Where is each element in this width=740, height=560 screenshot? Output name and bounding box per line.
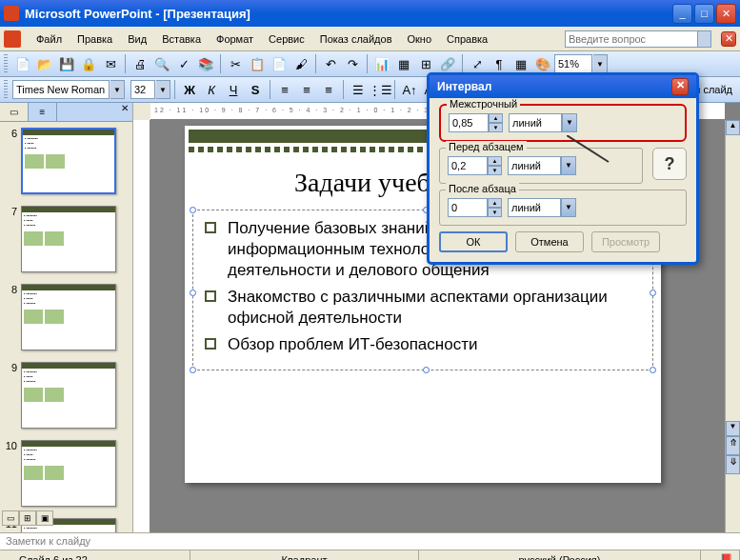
font-size-dropdown[interactable]: ▼: [156, 80, 170, 99]
hyperlink-icon[interactable]: 🔗: [437, 53, 458, 74]
align-left-icon[interactable]: ≡: [274, 79, 295, 100]
underline-icon[interactable]: Ч: [223, 79, 244, 100]
toolbar-handle[interactable]: [4, 54, 8, 73]
copy-icon[interactable]: 📋: [247, 53, 268, 74]
color-icon[interactable]: 🎨: [532, 53, 553, 74]
font-name-combo[interactable]: Times New Roman: [12, 80, 110, 99]
menu-window[interactable]: Окно: [400, 31, 440, 47]
permission-icon[interactable]: 🔒: [78, 53, 99, 74]
toolbar-handle[interactable]: [4, 80, 8, 99]
bullet-text[interactable]: Знакомство с различными аспектами органи…: [228, 287, 645, 329]
menu-insert[interactable]: Вставка: [154, 31, 209, 47]
thumbnail-row[interactable]: 8 ▪ ▪▪▪▪▪▪▪▪▪ ▪▪▪▪▪▪ ▪▪▪▪▪▪▪: [0, 278, 132, 356]
preview-icon[interactable]: 🔍: [151, 53, 172, 74]
scroll-down-icon[interactable]: ▼: [726, 421, 740, 436]
dropdown-icon[interactable]: ▼: [562, 113, 577, 132]
cancel-button[interactable]: Отмена: [515, 231, 584, 252]
slide-thumbnail[interactable]: ▪ ▪▪▪▪▪▪▪▪▪ ▪▪▪▪▪▪ ▪▪▪▪▪▪▪: [21, 284, 116, 350]
table-icon[interactable]: ▦: [393, 53, 414, 74]
shadow-icon[interactable]: S: [245, 79, 266, 100]
before-unit-select[interactable]: [508, 156, 561, 175]
slideshow-view-icon[interactable]: ▣: [36, 510, 53, 526]
status-spell-icon[interactable]: 📕: [701, 550, 740, 560]
thumbnail-row[interactable]: 7 ▪ ▪▪▪▪▪▪▪▪▪ ▪▪▪▪▪▪ ▪▪▪▪▪▪▪: [0, 200, 132, 278]
outline-tab[interactable]: ≡: [29, 103, 57, 121]
format-painter-icon[interactable]: 🖌: [290, 53, 311, 74]
email-icon[interactable]: ✉: [100, 53, 121, 74]
thumbnail-row[interactable]: 9 ▪ ▪▪▪▪▪▪▪▪▪ ▪▪▪▪▪▪ ▪▪▪▪▪▪▪: [0, 356, 132, 434]
close-button[interactable]: ✕: [716, 4, 736, 24]
vertical-scrollbar[interactable]: ▲ ▼ ⤊ ⤋: [725, 120, 740, 532]
align-right-icon[interactable]: ≡: [318, 79, 339, 100]
maximize-button[interactable]: □: [694, 4, 714, 24]
chart-icon[interactable]: 📊: [371, 53, 392, 74]
slide-thumbnail[interactable]: ▪ ▪▪▪▪▪▪▪▪▪ ▪▪▪▪▪▪ ▪▪▪▪▪▪▪: [21, 206, 116, 272]
redo-icon[interactable]: ↷: [342, 53, 363, 74]
next-slide-icon[interactable]: ⤋: [726, 455, 740, 474]
dropdown-icon[interactable]: ▼: [561, 198, 576, 217]
menu-help[interactable]: Справка: [439, 31, 495, 47]
menu-edit[interactable]: Правка: [70, 31, 120, 47]
vertical-ruler[interactable]: [133, 120, 150, 532]
scroll-up-icon[interactable]: ▲: [726, 120, 740, 135]
cut-icon[interactable]: ✂: [225, 53, 246, 74]
undo-icon[interactable]: ↶: [320, 53, 341, 74]
spell-icon[interactable]: ✓: [173, 53, 194, 74]
grid-icon[interactable]: ▦: [510, 53, 531, 74]
slide-thumbnail[interactable]: ▪ ▪▪▪▪▪▪▪▪▪ ▪▪▪▪▪▪ ▪▪▪▪▪▪▪: [21, 440, 116, 507]
bullet-text[interactable]: Обзор проблем ИТ-безопасности: [228, 334, 477, 355]
pane-close-icon[interactable]: ✕: [117, 103, 132, 121]
help-search-input[interactable]: [565, 30, 698, 48]
save-icon[interactable]: 💾: [56, 53, 77, 74]
dropdown-icon[interactable]: ▼: [561, 156, 576, 175]
tables-borders-icon[interactable]: ⊞: [415, 53, 436, 74]
prev-slide-icon[interactable]: ⤊: [726, 436, 740, 455]
spin-up-icon[interactable]: ▲: [488, 156, 502, 166]
slides-tab[interactable]: ▭: [0, 103, 29, 121]
slide-thumbnail[interactable]: ▪ ▪▪▪▪▪▪▪▪▪ ▪▪▪▪▪▪ ▪▪▪▪▪▪▪: [21, 128, 116, 194]
line-spacing-input[interactable]: [449, 113, 489, 132]
slide-thumbnail[interactable]: ▪ ▪▪▪▪▪▪▪▪▪ ▪▪▪▪▪▪ ▪▪▪▪▪▪▪: [21, 362, 116, 429]
align-center-icon[interactable]: ≡: [296, 79, 317, 100]
menu-file[interactable]: Файл: [29, 31, 70, 47]
font-size-combo[interactable]: 32: [130, 80, 155, 99]
preview-button[interactable]: Просмотр: [591, 231, 660, 252]
sorter-view-icon[interactable]: ⊞: [19, 510, 36, 526]
ok-button[interactable]: ОК: [439, 231, 508, 252]
spin-up-icon[interactable]: ▲: [488, 198, 502, 208]
status-language[interactable]: русский (Россия): [419, 550, 701, 560]
line-spacing-unit-select[interactable]: [509, 113, 562, 132]
dialog-title-bar[interactable]: Интервал ✕: [430, 75, 696, 98]
normal-view-icon[interactable]: ▭: [2, 510, 19, 526]
spin-down-icon[interactable]: ▼: [488, 208, 502, 217]
expand-icon[interactable]: ⤢: [467, 53, 488, 74]
paste-icon[interactable]: 📄: [269, 53, 290, 74]
after-unit-select[interactable]: [508, 198, 561, 217]
print-icon[interactable]: 🖨: [130, 53, 150, 74]
menu-tools[interactable]: Сервис: [261, 31, 312, 47]
minimize-button[interactable]: _: [672, 4, 692, 24]
menu-slideshow[interactable]: Показ слайдов: [312, 31, 400, 47]
after-input[interactable]: [448, 198, 488, 217]
before-input[interactable]: [448, 156, 488, 175]
bullets-icon[interactable]: ⋮☰: [370, 79, 390, 100]
menu-format[interactable]: Формат: [209, 31, 261, 47]
spin-up-icon[interactable]: ▲: [489, 113, 503, 123]
open-icon[interactable]: 📂: [34, 53, 55, 74]
spin-down-icon[interactable]: ▼: [489, 123, 503, 132]
research-icon[interactable]: 📚: [195, 53, 216, 74]
dialog-close-button[interactable]: ✕: [671, 78, 689, 95]
increase-font-icon[interactable]: A↑: [399, 79, 420, 100]
spin-down-icon[interactable]: ▼: [488, 166, 502, 175]
numbering-icon[interactable]: ☰: [348, 79, 369, 100]
show-formatting-icon[interactable]: ¶: [489, 53, 510, 74]
menu-view[interactable]: Вид: [120, 31, 154, 47]
new-icon[interactable]: 📄: [12, 53, 33, 74]
notes-pane[interactable]: Заметки к слайду: [0, 532, 740, 550]
thumbnail-row[interactable]: 10 ▪ ▪▪▪▪▪▪▪▪▪ ▪▪▪▪▪▪ ▪▪▪▪▪▪▪: [0, 434, 132, 512]
zoom-combo[interactable]: 51%: [554, 54, 592, 73]
italic-icon[interactable]: К: [201, 79, 222, 100]
bold-icon[interactable]: Ж: [179, 79, 200, 100]
doc-close-button[interactable]: ✕: [721, 31, 736, 47]
help-callout[interactable]: ?: [652, 148, 687, 180]
